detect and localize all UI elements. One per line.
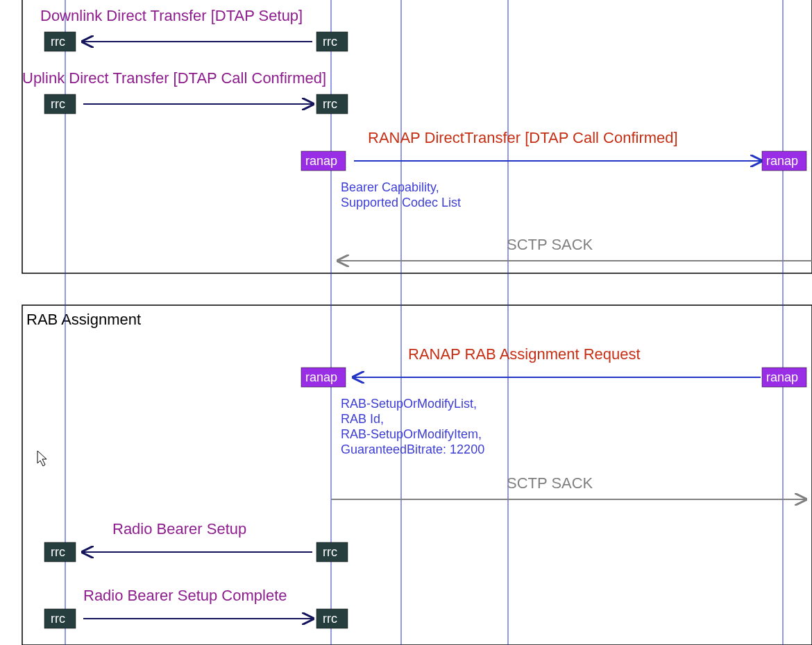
svg-text:rrc: rrc xyxy=(51,545,65,559)
proto-badge-rrc: rrc xyxy=(316,94,348,114)
proto-badge-ranap: ranap xyxy=(301,151,346,171)
svg-text:ranap: ranap xyxy=(305,370,337,384)
msg-downlink-direct-transfer: Downlink Direct Transfer [DTAP Setup] xyxy=(40,7,303,24)
svg-text:rrc: rrc xyxy=(323,545,337,559)
svg-text:ranap: ranap xyxy=(766,370,798,384)
cursor-icon xyxy=(37,451,46,466)
proto-badge-rrc: rrc xyxy=(44,542,76,562)
lifelines xyxy=(65,0,783,645)
msg-ranap-rab-assignment: RANAP RAB Assignment Request xyxy=(408,345,641,363)
svg-text:rrc: rrc xyxy=(323,612,337,626)
msg-radio-bearer-setup-complete: Radio Bearer Setup Complete xyxy=(83,587,287,604)
svg-text:rrc: rrc xyxy=(51,612,65,626)
proto-badge-ranap: ranap xyxy=(301,368,346,387)
proto-badge-rrc: rrc xyxy=(316,32,348,51)
fragment-label-rab: RAB Assignment xyxy=(26,311,141,328)
msg-radio-bearer-setup: Radio Bearer Setup xyxy=(112,520,246,538)
svg-text:ranap: ranap xyxy=(305,154,337,168)
svg-text:rrc: rrc xyxy=(323,35,337,49)
proto-badge-rrc: rrc xyxy=(44,609,76,628)
proto-badge-rrc: rrc xyxy=(44,32,76,51)
msg-ranap-direct-transfer: RANAP DirectTransfer [DTAP Call Confirme… xyxy=(368,129,678,146)
params-m5: RAB-SetupOrModifyList, RAB Id, RAB-Setup… xyxy=(341,397,485,456)
proto-badge-rrc: rrc xyxy=(316,542,348,562)
msg-sctp-sack-1: SCTP SACK xyxy=(507,236,593,253)
svg-text:rrc: rrc xyxy=(323,97,337,111)
svg-text:rrc: rrc xyxy=(51,97,65,111)
svg-text:rrc: rrc xyxy=(51,35,65,49)
proto-badge-ranap: ranap xyxy=(762,151,806,171)
svg-text:ranap: ranap xyxy=(766,154,798,168)
proto-badge-rrc: rrc xyxy=(316,609,348,628)
proto-badge-ranap: ranap xyxy=(762,368,806,387)
msg-uplink-direct-transfer: Uplink Direct Transfer [DTAP Call Confir… xyxy=(22,69,326,87)
proto-badge-rrc: rrc xyxy=(44,94,76,114)
msg-sctp-sack-2: SCTP SACK xyxy=(507,474,593,492)
